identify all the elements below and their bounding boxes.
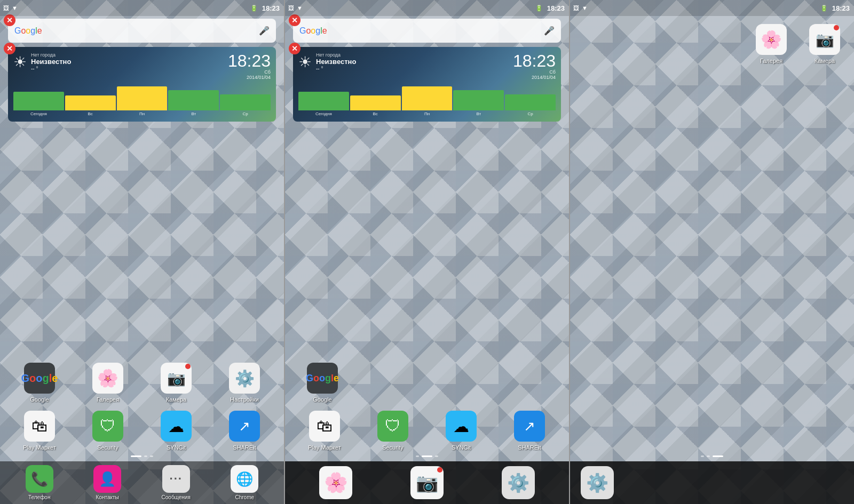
app-label-camera-1: Камера xyxy=(166,396,186,403)
download-icon-2: ▼ xyxy=(297,5,303,11)
remove-google-widget-2[interactable]: ✕ xyxy=(289,14,301,26)
dock-settings-3[interactable]: ⚙️ xyxy=(581,466,614,499)
google-widget-wrapper-2: ✕ Google 🎤 xyxy=(293,19,561,43)
battery-icon-3: 🔋 xyxy=(820,5,828,12)
syncit-icon-1: ☁ xyxy=(161,411,192,442)
app-shareit-2[interactable]: ↗ SHAREit xyxy=(508,411,551,451)
weather-day-mon-1: Пн xyxy=(117,84,168,116)
google-search-widget-1[interactable]: Google 🎤 xyxy=(8,19,276,43)
app-row-2: 🛍 Play Маркет 🛡 Security ☁ SYNCit ↗ xyxy=(5,411,279,451)
app-camera-3[interactable]: 📷 Камера xyxy=(803,24,846,64)
apps-grid-2: Google Google 🛍 Play Маркет 🛡 Security xyxy=(285,363,569,459)
app-label-shareit-2: SHAREit xyxy=(518,444,541,451)
app-row-2-2: 🛍 Play Маркет 🛡 Security ☁ SYNCit ↗ xyxy=(290,411,564,451)
app-security-1[interactable]: 🛡 Security xyxy=(86,411,129,451)
city-label-2: Нет города xyxy=(316,52,356,58)
weather-day-today-1: Сегодня xyxy=(13,84,64,116)
city-value-2: Неизвестно xyxy=(316,58,356,66)
screen-3: 🖼 ▼ 🔋 18:23 🌸 Галерея 📷 Камера xyxy=(570,0,854,504)
weather-day-mon-2: Пн xyxy=(402,84,453,116)
app-gallery-1[interactable]: 🌸 Галерея xyxy=(86,363,129,403)
app-label-google-1: Google xyxy=(30,396,49,403)
gallery-icon-1: 🌸 xyxy=(92,363,123,394)
app-label-settings-1: Настройки xyxy=(230,396,259,403)
app-playmarket-2[interactable]: 🛍 Play Маркет xyxy=(303,411,346,451)
battery-icon-2: 🔋 xyxy=(535,5,543,12)
remove-weather-widget-2[interactable]: ✕ xyxy=(289,43,301,54)
dot-2-1 xyxy=(416,455,419,457)
playmarket-icon-1: 🛍 xyxy=(24,411,55,442)
camera-icon-3: 📷 xyxy=(809,24,840,55)
dock-messages-1[interactable]: ··· Сообщения xyxy=(162,465,191,500)
day-label-today-1: Сегодня xyxy=(30,111,47,116)
day-label-sun-1: Вс xyxy=(88,111,93,116)
google-mic-icon-2[interactable]: 🎤 xyxy=(544,26,555,36)
page-dots-2 xyxy=(285,455,569,457)
app-label-playmarket-1: Play Маркет xyxy=(23,444,56,451)
date-dow-2: Сб xyxy=(513,69,556,75)
status-bar-2: 🖼 ▼ 🔋 18:23 xyxy=(285,0,569,16)
dot-1-active xyxy=(131,455,141,457)
remove-google-widget-1[interactable]: ✕ xyxy=(4,14,15,26)
weather-widget-2[interactable]: ☀ Нет города Неизвестно -- ° 18:23 Сб 20… xyxy=(293,47,561,122)
dock-phone-1[interactable]: 📞 Телефон xyxy=(26,465,53,500)
app-google-1[interactable]: Google Google xyxy=(18,363,61,403)
temp-2: -- ° xyxy=(316,66,356,71)
app-settings-1[interactable]: ⚙️ Настройки xyxy=(223,363,266,403)
app-label-gallery-1: Галерея xyxy=(97,396,119,403)
app-shareit-1[interactable]: ↗ SHAREit xyxy=(223,411,266,451)
settings-icon-1: ⚙️ xyxy=(229,363,260,394)
day-label-wed-1: Ср xyxy=(242,111,248,116)
app-playmarket-1[interactable]: 🛍 Play Маркет xyxy=(18,411,61,451)
day-label-today-2: Сегодня xyxy=(315,111,332,116)
dock-contacts-1[interactable]: 👤 Контакты xyxy=(93,465,121,500)
app-google-2[interactable]: Google Google xyxy=(301,363,344,403)
day-label-tue-1: Вт xyxy=(191,111,196,116)
weather-left-2: ☀ Нет города Неизвестно -- ° xyxy=(298,52,356,71)
weather-top-1: ☀ Нет города Неизвестно -- ° 18:23 Сб 20… xyxy=(13,52,271,80)
dot-2-2-active xyxy=(422,455,432,457)
app-label-security-1: Security xyxy=(97,444,118,451)
app-syncit-2[interactable]: ☁ SYNCit xyxy=(440,411,483,451)
google-logo-2: Google xyxy=(299,26,327,36)
status-left-icons-2: 🖼 ▼ xyxy=(288,5,303,11)
big-time-2: 18:23 xyxy=(513,52,556,69)
status-bar-1: 🖼 ▼ 🔋 18:23 xyxy=(0,0,284,16)
weather-widget-1[interactable]: ☀ Нет города Неизвестно -- ° 18:23 Сб 20… xyxy=(8,47,276,122)
dock-chrome-1[interactable]: 🌐 Chrome xyxy=(231,465,258,500)
app-label-camera-3: Камера xyxy=(815,58,835,64)
dot-3-1 xyxy=(701,455,704,457)
security-icon-1: 🛡 xyxy=(92,411,123,442)
app-gallery-3[interactable]: 🌸 Галерея xyxy=(750,24,793,64)
weather-left-1: ☀ Нет города Неизвестно -- ° xyxy=(13,52,71,71)
dock-camera-2[interactable]: 📷 xyxy=(410,466,444,499)
weather-widget-wrapper-2: ✕ ☀ Нет города Неизвестно -- ° 18:23 Сб xyxy=(293,47,561,122)
app-label-syncit-2: SYNCit xyxy=(452,444,471,451)
big-time-1: 18:23 xyxy=(228,52,271,69)
dock-gallery-2[interactable]: 🌸 xyxy=(319,466,352,499)
weather-day-today-2: Сегодня xyxy=(298,84,349,116)
weather-chart-1: Сегодня Вс Пн Вт xyxy=(13,84,271,116)
app-syncit-1[interactable]: ☁ SYNCit xyxy=(155,411,197,451)
google-mic-icon-1[interactable]: 🎤 xyxy=(259,26,270,36)
app-camera-1[interactable]: 📷 Камера xyxy=(155,363,197,403)
status-time-2: 18:23 xyxy=(547,4,565,12)
google-search-widget-2[interactable]: Google 🎤 xyxy=(293,19,561,43)
weather-info-1: Нет города Неизвестно -- ° xyxy=(31,52,71,71)
app-row-1: Google Google 🌸 Галерея 📷 Камера xyxy=(5,363,279,403)
remove-weather-widget-1[interactable]: ✕ xyxy=(4,43,15,54)
status-time-1: 18:23 xyxy=(262,4,280,12)
dock-settings-2[interactable]: ⚙️ xyxy=(502,466,535,499)
chrome-icon-1: 🌐 xyxy=(231,465,258,493)
status-right-3: 🔋 18:23 xyxy=(820,4,850,12)
dock-2: 🌸 📷 ⚙️ xyxy=(285,461,569,504)
gallery-icon-dock-2: 🌸 xyxy=(319,466,352,499)
app-security-2[interactable]: 🛡 Security xyxy=(371,411,414,451)
status-bar-3: 🖼 ▼ 🔋 18:23 xyxy=(570,0,854,16)
gallery-icon-3: 🌸 xyxy=(756,24,787,55)
download-icon-1: ▼ xyxy=(12,5,18,11)
bg-overlay-3 xyxy=(570,0,854,504)
weather-time-1: 18:23 Сб 2014/01/04 xyxy=(228,52,271,80)
camera-notif-dock-2 xyxy=(437,467,442,473)
weather-day-sun-1: Вс xyxy=(65,84,116,116)
